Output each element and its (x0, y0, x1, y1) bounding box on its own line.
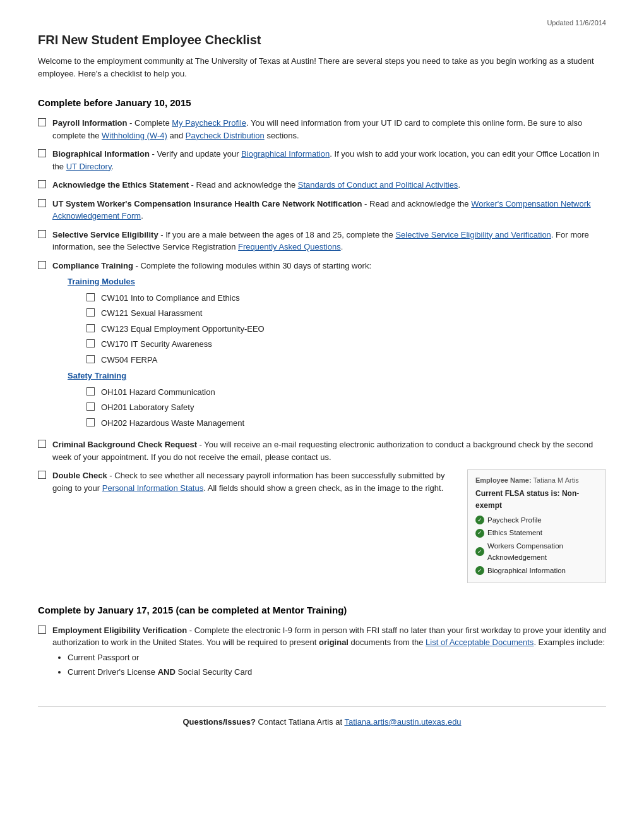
updated-note: Updated 11/6/2014 (38, 19, 606, 27)
training-section: Training Modules CW101 Into to Complianc… (68, 275, 606, 429)
workers-comp-label: UT System Worker's Compensation Insuranc… (52, 199, 362, 208)
checkbox-cw170[interactable] (86, 339, 95, 348)
footer-email-link[interactable]: Tatiana.artis@austin.utexas.edu (344, 717, 461, 727)
section2-heading: Complete by January 17, 2015 (can be com… (38, 605, 606, 615)
section2: Complete by January 17, 2015 (can be com… (38, 605, 606, 681)
checkbox-oh202[interactable] (86, 418, 95, 426)
criminal-content: Criminal Background Check Request - You … (52, 438, 606, 463)
checkbox-ethics[interactable] (38, 180, 46, 188)
original-bold: original (319, 638, 349, 647)
list-item: CW170 IT Security Awareness (86, 338, 606, 351)
checkbox-double-check[interactable] (38, 471, 46, 479)
paycheck-distribution-link[interactable]: Paycheck Distribution (186, 131, 265, 140)
i9-label: Employment Eligibility Verification (52, 626, 187, 635)
info-check-ethics: ✓ Ethics Statement (475, 527, 598, 538)
my-paycheck-profile-link[interactable]: My Paycheck Profile (172, 118, 246, 128)
checklist-item-criminal: Criminal Background Check Request - You … (38, 438, 606, 463)
checklist-item-i9: Employment Eligibility Verification - Co… (38, 624, 606, 681)
checkbox-bio[interactable] (38, 149, 46, 157)
checklist-item-payroll: Payroll Information - Complete My Payche… (38, 117, 606, 142)
checklist-item-selective: Selective Service Eligibility - If you a… (38, 229, 606, 253)
cw504-label: CW504 FERPA (101, 354, 157, 366)
payroll-content: Payroll Information - Complete My Payche… (52, 117, 606, 142)
checkbox-cw121[interactable] (86, 308, 95, 317)
personal-info-status-link[interactable]: Personal Information Status (102, 483, 203, 493)
list-item: OH101 Hazard Communication (86, 386, 606, 399)
checkbox-cw123[interactable] (86, 324, 95, 332)
compliance-label: Compliance Training (52, 261, 133, 270)
checkbox-payroll[interactable] (38, 118, 46, 126)
checkbox-workers-comp[interactable] (38, 199, 46, 207)
checkbox-oh101[interactable] (86, 387, 95, 396)
selective-service-link[interactable]: Selective Service Eligibility and Verifi… (395, 230, 551, 239)
criminal-label: Criminal Background Check Request (52, 440, 197, 449)
checkbox-selective[interactable] (38, 230, 46, 238)
checklist-item-bio: Biographical Information - Verify and up… (38, 148, 606, 172)
oh201-label: OH201 Laboratory Safety (101, 401, 194, 414)
page-title: FRI New Student Employee Checklist (38, 33, 606, 47)
withholding-link[interactable]: Withholding (W-4) (102, 131, 167, 140)
info-check-workers-comp: ✓ Workers Compensation Acknowledgement (475, 540, 598, 564)
list-item: OH202 Hazardous Waste Management (86, 417, 606, 430)
selective-faq-link[interactable]: Frequently Asked Questions (238, 242, 341, 251)
double-check-content: Double Check - Check to see whether all … (52, 469, 606, 589)
ethics-content: Acknowledge the Ethics Statement - Read … (52, 179, 606, 191)
ut-directory-link[interactable]: UT Directory (66, 162, 112, 171)
section1-heading: Complete before January 10, 2015 (38, 97, 606, 108)
double-check-text-area: Double Check - Check to see whether all … (52, 469, 457, 494)
employee-name-label: Employee Name: Tatiana M Artis (475, 475, 598, 486)
checkbox-compliance[interactable] (38, 261, 46, 269)
checklist-item-workers-comp: UT System Worker's Compensation Insuranc… (38, 198, 606, 222)
cw170-label: CW170 IT Security Awareness (101, 338, 212, 351)
info-check-label: Paycheck Profile (487, 514, 542, 526)
cw123-label: CW123 Equal Employment Opportunity-EEO (101, 323, 265, 335)
list-item: OH201 Laboratory Safety (86, 401, 606, 414)
footer: Questions/Issues? Contact Tatiana Artis … (38, 706, 606, 727)
list-item: CW123 Equal Employment Opportunity-EEO (86, 323, 606, 335)
acceptable-docs-link[interactable]: List of Acceptable Documents (426, 638, 534, 647)
employee-name-value: Tatiana M Artis (534, 476, 579, 484)
info-check-label: Ethics Statement (487, 527, 542, 538)
green-check-icon: ✓ (475, 516, 484, 524)
bio-label: Biographical Information (52, 149, 150, 159)
safety-training-link[interactable]: Safety Training (68, 370, 606, 382)
i9-content: Employment Eligibility Verification - Co… (52, 624, 606, 681)
training-modules-link[interactable]: Training Modules (68, 275, 606, 288)
list-item: CW504 FERPA (86, 354, 606, 366)
checkbox-i9[interactable] (38, 626, 46, 634)
cw121-label: CW121 Sexual Harassment (101, 307, 202, 320)
and-bold: AND (158, 667, 176, 677)
footer-questions: Questions/Issues? (182, 717, 256, 727)
checkbox-oh201[interactable] (86, 402, 95, 411)
biographical-info-link[interactable]: Biographical Information (241, 149, 330, 159)
green-check-icon: ✓ (475, 529, 484, 538)
workers-comp-content: UT System Worker's Compensation Insuranc… (52, 198, 606, 222)
green-check-icon: ✓ (475, 566, 484, 575)
oh202-label: OH202 Hazardous Waste Management (101, 417, 244, 430)
training-modules-list: CW101 Into to Compliance and Ethics CW12… (86, 292, 606, 366)
checklist-item-compliance: Compliance Training - Complete the follo… (38, 260, 606, 433)
standards-link[interactable]: Standards of Conduct and Political Activ… (298, 180, 458, 190)
oh101-label: OH101 Hazard Communication (101, 386, 215, 399)
payroll-label: Payroll Information (52, 118, 127, 128)
list-item: CW101 Into to Compliance and Ethics (86, 292, 606, 305)
selective-content: Selective Service Eligibility - If you a… (52, 229, 606, 253)
checkbox-criminal[interactable] (38, 440, 46, 448)
checklist-item-ethics: Acknowledge the Ethics Statement - Read … (38, 179, 606, 191)
info-check-label: Biographical Information (487, 565, 566, 576)
bio-content: Biographical Information - Verify and up… (52, 148, 606, 172)
checkbox-cw101[interactable] (86, 293, 95, 301)
compliance-content: Compliance Training - Complete the follo… (52, 260, 606, 433)
list-item: Current Driver's License AND Social Secu… (68, 666, 606, 679)
flsa-status: Current FLSA status is: Non-exempt (475, 488, 598, 512)
checkbox-cw504[interactable] (86, 355, 95, 363)
info-check-bio: ✓ Biographical Information (475, 565, 598, 576)
ethics-label: Acknowledge the Ethics Statement (52, 180, 189, 190)
double-check-label: Double Check (52, 471, 107, 480)
intro-text: Welcome to the employment community at T… (38, 55, 606, 80)
checklist-item-double-check: Double Check - Check to see whether all … (38, 469, 606, 589)
safety-modules-list: OH101 Hazard Communication OH201 Laborat… (86, 386, 606, 430)
info-check-label: Workers Compensation Acknowledgement (487, 540, 598, 564)
double-check-row: Double Check - Check to see whether all … (52, 469, 606, 583)
cw101-label: CW101 Into to Compliance and Ethics (101, 292, 240, 305)
